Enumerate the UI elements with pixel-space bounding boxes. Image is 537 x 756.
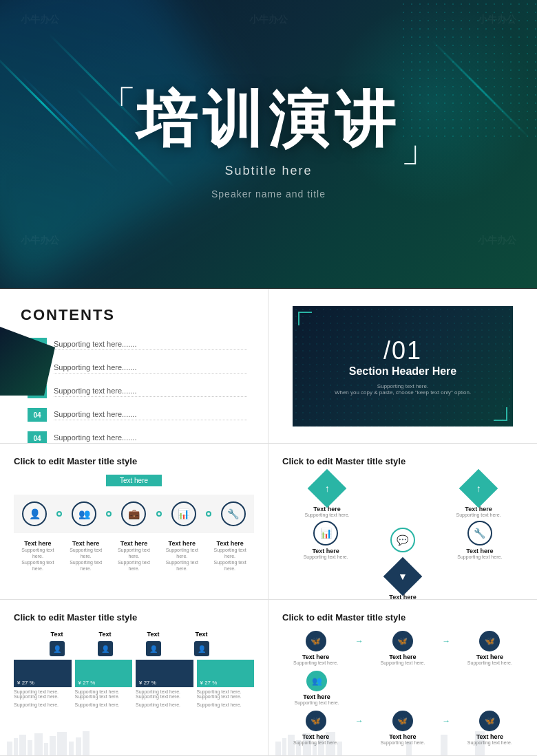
diamond-item: ↑ Text here Supporting text here.: [299, 475, 355, 517]
icon-circle-dark: 🦋: [306, 631, 326, 651]
icon-grid-item: 🦋 Text here Supporting text here.: [288, 631, 344, 665]
arrow-connector: →: [442, 636, 450, 646]
svg-rect-12: [282, 738, 286, 755]
proc-connector: [156, 511, 162, 517]
svg-rect-7: [57, 732, 67, 755]
contents-num: 04: [28, 431, 47, 444]
diamond-mid-row: 📊 Text here Supporting text here. 💬 🔧 Te…: [282, 521, 523, 559]
bar-col-2: ¥ 27 % Supporting text here. Supporting …: [75, 660, 133, 699]
arrow-connector: →: [355, 716, 364, 726]
contents-text: Supporting text here.......: [54, 340, 247, 350]
slide-diamond: Click to edit Master title style ↑ Text …: [268, 444, 537, 600]
watermark: 小牛办公: [21, 235, 59, 247]
diamond-diagram: ↑ Text here Supporting text here. ↑ Text…: [282, 475, 523, 600]
svg-rect-0: [7, 742, 12, 755]
person-icon: 👤: [98, 641, 113, 656]
process-icons-row: 👤 👥 💼 📊 🔧: [14, 495, 254, 533]
bottom-texts: Supporting text here. Supporting text he…: [14, 702, 254, 707]
contents-text: Supporting text here.......: [54, 363, 247, 374]
city-skyline: [0, 728, 262, 755]
hero-title-wrap: 「 培训演讲 」: [136, 89, 401, 164]
diamond-mid-center: 💬: [390, 528, 415, 552]
svg-rect-13: [288, 735, 295, 755]
slide-icon-grid: Click to edit Master title style 🦋 Text …: [268, 600, 537, 756]
slide6-title: Click to edit Master title style: [14, 612, 254, 623]
svg-rect-21: [441, 735, 448, 755]
person-icon: 👤: [194, 641, 209, 656]
contents-num: 04: [28, 408, 47, 422]
svg-rect-18: [326, 732, 335, 755]
city-skyline-r: [268, 728, 530, 755]
diamond-shape: ↑: [459, 469, 498, 508]
svg-rect-8: [69, 742, 74, 755]
svg-rect-17: [318, 736, 324, 755]
proc-icon: 🔧: [221, 501, 246, 526]
contents-item: 01 Supporting text here.......: [21, 338, 247, 352]
svg-rect-20: [406, 742, 412, 755]
bar-sub: Supporting text here.: [14, 689, 72, 694]
mid-icon: 📊: [313, 521, 338, 546]
proc-item: 👥: [72, 501, 96, 526]
svg-rect-1: [14, 738, 18, 755]
proc-icon: 💼: [121, 501, 146, 526]
diamond-icon-bottom: ▼: [398, 571, 408, 582]
contents-text: Supporting text here.......: [54, 387, 247, 397]
icon-circle-teal: 👥: [306, 671, 327, 691]
bar-sub: Supporting text here.: [197, 689, 255, 694]
bracket-left: 「: [98, 86, 136, 124]
diamond-item-bottom: ▼ Text here Supporting text here.: [375, 563, 430, 600]
process-bar: Text here: [106, 475, 162, 486]
icon-row-top: 🦋 Text here Supporting text here. → 🦋 Te…: [282, 631, 523, 665]
svg-rect-4: [34, 733, 43, 755]
contents-item: 04 Supporting text here.......: [21, 431, 247, 444]
svg-rect-6: [50, 736, 56, 755]
diamond-icon: ↑: [476, 483, 481, 494]
dots-bg: [399, 0, 537, 138]
slide-section-header: /01 Section Header Here Supporting text …: [268, 289, 537, 444]
hero-speaker: Speaker name and title: [211, 188, 326, 199]
icon-grid-item: 🦋 Text here Supporting text here.: [462, 631, 517, 665]
bar-col-labels: Text Text Text Text: [34, 631, 254, 638]
watermark: 小牛办公: [478, 14, 516, 26]
section-sub1: Supporting text here.: [377, 383, 428, 389]
proc-label: Text here Supporting text here.Supportin…: [113, 540, 154, 572]
svg-rect-3: [28, 740, 32, 755]
proc-item: 💼: [121, 501, 146, 526]
proc-icon: 👥: [72, 501, 96, 526]
proc-item: 📊: [171, 501, 196, 526]
proc-icon: 📊: [171, 501, 196, 526]
proc-connector: [56, 511, 62, 517]
diamond-icon: ↑: [325, 483, 330, 494]
diamond-mid-left: 📊 Text here Supporting text here.: [304, 521, 348, 559]
svg-rect-16: [313, 743, 317, 755]
section-title: Section Header Here: [349, 365, 457, 378]
svg-rect-5: [44, 743, 48, 755]
center-icon: 💬: [390, 528, 415, 552]
bar-col-1: ¥ 27 % Supporting text here. Supporting …: [14, 660, 72, 699]
slide-process-flow: Click to edit Master title style Text he…: [0, 444, 268, 600]
section-number: /01: [383, 336, 422, 365]
bars-grid: ¥ 27 % Supporting text here. Supporting …: [14, 660, 254, 699]
slide5-title: Click to edit Master title style: [282, 456, 523, 466]
contents-item: 03 Supporting text here.......: [21, 385, 247, 398]
person-icons-row: 👤 👤 👤 👤: [34, 641, 254, 656]
svg-rect-11: [275, 742, 281, 755]
bracket-tl: [298, 312, 312, 325]
icon-circle-dark: 🦋: [479, 631, 500, 651]
mid-icon-r: 🔧: [467, 521, 492, 546]
contents-item: 02 Supporting text here.......: [21, 361, 247, 375]
svg-rect-10: [83, 731, 90, 755]
section-sub2: When you copy & paste, choose "keep text…: [335, 389, 471, 396]
bar-col-3: ¥ 27 % Supporting text here. Supporting …: [136, 660, 193, 699]
slide7-title: Click to edit Master title style: [282, 612, 523, 623]
icon-grid-item: 🦋 Text here Supporting text here.: [375, 631, 430, 665]
proc-label: Text here Supporting text here.Supportin…: [65, 540, 107, 572]
svg-rect-14: [296, 740, 301, 755]
slide-contents: CONTENTS 01 Supporting text here....... …: [0, 289, 268, 444]
proc-label: Text here Supporting text here.Supportin…: [161, 540, 202, 572]
contents-text: Supporting text here.......: [54, 433, 247, 444]
diamond-bottom-row: ▼ Text here Supporting text here.: [282, 563, 523, 600]
diamond-top-row: ↑ Text here Supporting text here. ↑ Text…: [282, 475, 523, 517]
proc-connector: [206, 511, 211, 517]
watermark: 小牛办公: [21, 14, 59, 26]
